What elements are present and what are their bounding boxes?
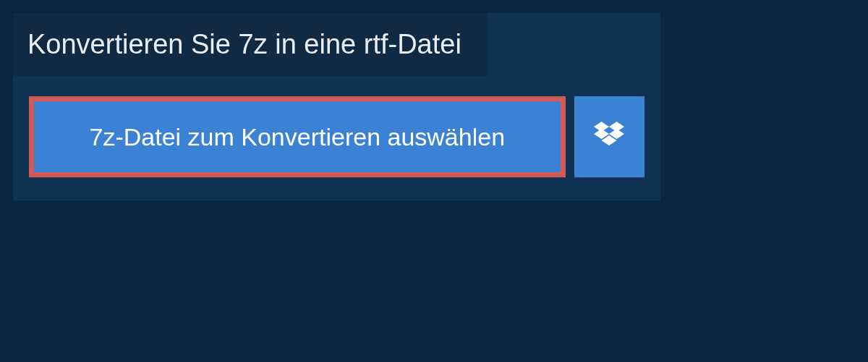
dropbox-icon: [594, 122, 624, 152]
converter-panel: Konvertieren Sie 7z in eine rtf-Datei 7z…: [13, 13, 660, 201]
button-row: 7z-Datei zum Konvertieren auswählen: [13, 76, 660, 177]
select-file-label: 7z-Datei zum Konvertieren auswählen: [90, 123, 506, 151]
page-title: Konvertieren Sie 7z in eine rtf-Datei: [27, 29, 461, 60]
title-bar: Konvertieren Sie 7z in eine rtf-Datei: [13, 13, 488, 76]
dropbox-button[interactable]: [574, 96, 644, 177]
select-file-button[interactable]: 7z-Datei zum Konvertieren auswählen: [29, 96, 566, 177]
